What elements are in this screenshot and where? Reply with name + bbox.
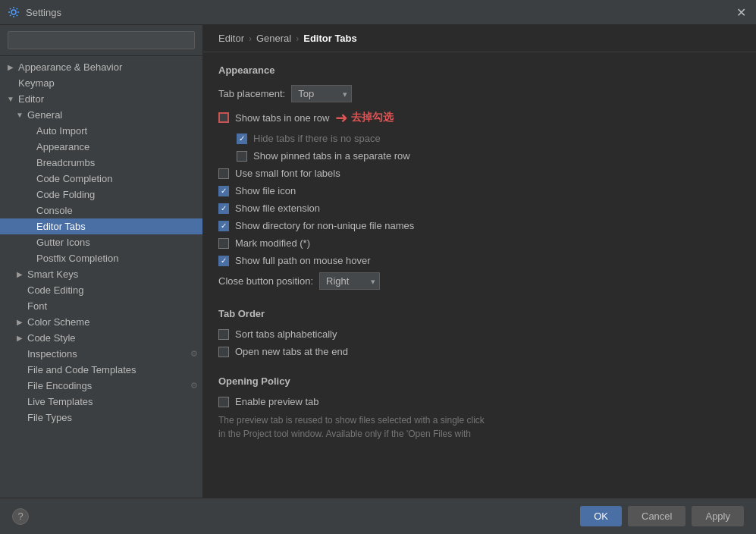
breadcrumb-sep-1: › (249, 33, 252, 44)
section-title-opening-policy: Opening Policy (218, 375, 741, 387)
spacer-icon (15, 397, 24, 407)
hide-tabs-checkbox[interactable]: ✓ (237, 134, 247, 144)
main-content: ▶ Appearance & Behavior Keymap ▼ Editor (0, 25, 756, 498)
enable-preview-tab-wrapper[interactable]: Enable preview tab (218, 396, 319, 407)
apply-button[interactable]: Apply (692, 506, 744, 526)
show-directory-label: Show directory for non-unique file names (235, 220, 414, 231)
sidebar-item-smart-keys[interactable]: ▶ Smart Keys (0, 266, 202, 282)
show-file-icon-wrapper[interactable]: ✓ Show file icon (218, 185, 296, 196)
setting-row-tab-placement: Tab placement: Top Bottom Left Right Non… (218, 85, 741, 102)
sidebar-item-file-code-templates[interactable]: File and Code Templates (0, 362, 202, 378)
spacer-icon (15, 302, 24, 311)
help-button[interactable]: ? (12, 508, 29, 525)
spacer-icon (15, 366, 24, 375)
check-mark: ✓ (221, 256, 227, 265)
tab-placement-select[interactable]: Top Bottom Left Right None (291, 85, 352, 102)
enable-preview-tab-label: Enable preview tab (235, 396, 319, 407)
sidebar-item-breadcrumbs[interactable]: Breadcrumbs (0, 155, 202, 171)
setting-row-small-font: Use small font for labels (218, 168, 741, 179)
annotation-text: 去掉勾选 (351, 111, 394, 124)
sidebar-item-editor[interactable]: ▼ Editor (0, 91, 202, 107)
section-opening-policy: Opening Policy Enable preview tab The pr… (218, 375, 741, 441)
sidebar-item-file-types[interactable]: File Types (0, 410, 202, 426)
show-file-icon-checkbox[interactable]: ✓ (218, 186, 229, 196)
preview-tab-description: The preview tab is reused to show files … (218, 413, 485, 441)
small-font-checkbox[interactable] (218, 168, 229, 179)
sidebar-item-code-folding[interactable]: Code Folding (0, 187, 202, 203)
cancel-button[interactable]: Cancel (628, 506, 685, 526)
spacer-icon (15, 413, 24, 422)
svg-point-0 (11, 10, 16, 14)
sidebar-item-auto-import[interactable]: Auto Import (0, 123, 202, 139)
mark-modified-label: Mark modified (*) (235, 237, 310, 249)
sort-tabs-wrapper[interactable]: Sort tabs alphabetically (218, 328, 337, 340)
sidebar-item-editor-tabs[interactable]: Editor Tabs (0, 218, 202, 234)
mark-modified-wrapper[interactable]: Mark modified (*) (218, 237, 310, 249)
settings-icon (8, 6, 20, 18)
title-bar: Settings ✕ (0, 0, 756, 25)
show-pinned-wrapper[interactable]: Show pinned tabs in a separate row (237, 150, 410, 162)
sidebar-item-postfix-completion[interactable]: Postfix Completion (0, 250, 202, 266)
open-new-tabs-end-wrapper[interactable]: Open new tabs at the end (218, 346, 348, 357)
open-new-tabs-end-checkbox[interactable] (218, 347, 229, 357)
sidebar-item-code-editing[interactable]: Code Editing (0, 282, 202, 298)
sidebar-tree: ▶ Appearance & Behavior Keymap ▼ Editor (0, 56, 202, 498)
mark-modified-checkbox[interactable] (218, 238, 229, 249)
hide-tabs-wrapper[interactable]: ✓ Hide tabs if there is no space (237, 133, 381, 144)
section-title-appearance: Appearance (218, 64, 741, 76)
show-tabs-one-row-wrapper[interactable]: Show tabs in one row (218, 112, 329, 124)
window-title: Settings (26, 7, 61, 18)
tab-placement-label: Tab placement: (218, 88, 285, 99)
sidebar-item-font[interactable]: Font (0, 298, 202, 314)
show-pinned-checkbox[interactable] (237, 151, 247, 162)
sidebar-item-general[interactable]: ▼ General (0, 107, 202, 123)
bottom-left: ? (12, 508, 29, 525)
section-appearance: Appearance Tab placement: Top Bottom Lef… (218, 64, 741, 290)
annotation-arrow: ➜ 去掉勾选 (335, 108, 394, 127)
sidebar-item-gutter-icons[interactable]: Gutter Icons (0, 234, 202, 250)
sidebar-item-inspections[interactable]: Inspections ⚙ (0, 346, 202, 362)
spacer-icon (24, 190, 33, 199)
show-full-path-wrapper[interactable]: ✓ Show full path on mouse hover (218, 255, 371, 266)
small-font-label: Use small font for labels (235, 168, 340, 179)
sidebar-item-appearance-behavior[interactable]: ▶ Appearance & Behavior (0, 59, 202, 75)
sort-tabs-checkbox[interactable] (218, 329, 229, 340)
setting-row-show-directory: ✓ Show directory for non-unique file nam… (218, 220, 741, 231)
sidebar-item-console[interactable]: Console (0, 203, 202, 218)
expand-icon: ▶ (15, 318, 24, 327)
show-tabs-one-row-checkbox[interactable] (218, 112, 229, 123)
configure-icon: ⚙ (190, 349, 198, 359)
show-directory-checkbox[interactable]: ✓ (218, 221, 229, 231)
setting-row-show-file-extension: ✓ Show file extension (218, 203, 741, 214)
sidebar-item-color-scheme[interactable]: ▶ Color Scheme (0, 314, 202, 330)
sidebar-item-code-style[interactable]: ▶ Code Style (0, 330, 202, 346)
show-directory-wrapper[interactable]: ✓ Show directory for non-unique file nam… (218, 220, 414, 231)
show-file-extension-wrapper[interactable]: ✓ Show file extension (218, 203, 320, 214)
spacer-icon (15, 382, 24, 391)
setting-row-hide-tabs: ✓ Hide tabs if there is no space (218, 133, 741, 144)
show-full-path-label: Show full path on mouse hover (235, 255, 371, 266)
show-file-extension-checkbox[interactable]: ✓ (218, 203, 229, 214)
spacer-icon (24, 222, 33, 231)
sidebar: ▶ Appearance & Behavior Keymap ▼ Editor (0, 25, 203, 498)
sidebar-item-keymap[interactable]: Keymap (0, 75, 202, 91)
show-full-path-checkbox[interactable]: ✓ (218, 256, 229, 266)
sidebar-item-file-encodings[interactable]: File Encodings ⚙ (0, 378, 202, 394)
setting-row-show-pinned: Show pinned tabs in a separate row (218, 150, 741, 162)
small-font-wrapper[interactable]: Use small font for labels (218, 168, 340, 179)
show-tabs-one-row-label: Show tabs in one row (235, 112, 329, 124)
spacer-icon (24, 159, 33, 168)
setting-row-enable-preview-tab: Enable preview tab (218, 396, 741, 407)
enable-preview-tab-checkbox[interactable] (218, 397, 229, 407)
ok-button[interactable]: OK (580, 506, 622, 526)
close-button[interactable]: ✕ (733, 5, 748, 20)
sidebar-item-appearance[interactable]: Appearance (0, 139, 202, 155)
show-pinned-label: Show pinned tabs in a separate row (253, 150, 410, 162)
search-input[interactable] (8, 31, 195, 49)
sidebar-item-live-templates[interactable]: Live Templates (0, 394, 202, 410)
sidebar-item-code-completion[interactable]: Code Completion (0, 171, 202, 187)
check-mark: ✓ (239, 134, 245, 143)
close-button-position-label: Close button position: (218, 275, 313, 287)
spacer-icon (24, 206, 33, 215)
close-button-position-select[interactable]: Right Left Hidden (319, 272, 380, 290)
